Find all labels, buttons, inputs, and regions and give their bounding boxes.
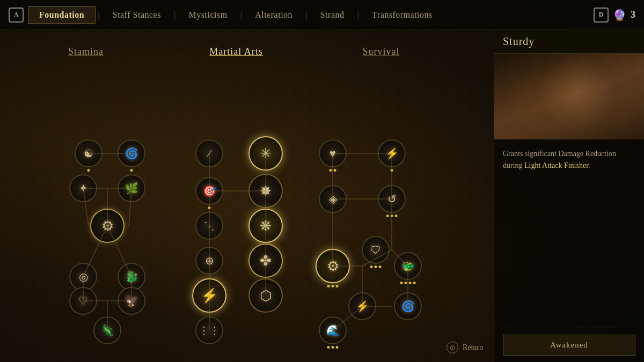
skill-node-m7[interactable]: ⊕ [195, 247, 223, 275]
skill-node-s8[interactable]: ♡ [69, 287, 97, 315]
skill-node-sv7[interactable]: 🐲 [394, 252, 422, 280]
skill-node-s4[interactable]: 🌿 [118, 174, 145, 202]
panel-image-simulation [494, 54, 644, 139]
dot [330, 169, 332, 172]
tab-transformations[interactable]: Transformations [361, 7, 443, 23]
column-header-survival: Survival [363, 46, 400, 57]
dot [327, 346, 330, 349]
skill-node-s10[interactable]: 🦎 [93, 316, 121, 344]
dot [332, 346, 334, 349]
sv7-icon: 🐲 [401, 260, 415, 272]
sv7-dots [400, 282, 416, 284]
tab-mysticism[interactable]: Mysticism [178, 7, 238, 23]
skill-node-sv10[interactable]: 🌊 [319, 316, 347, 344]
skill-node-m11[interactable]: ⋮⋮ [195, 316, 223, 344]
column-header-stamina: Stamina [68, 46, 104, 57]
nav-separator-3: | [238, 9, 245, 20]
s1-icon: ☯ [84, 147, 93, 160]
m10-icon: ⬡ [260, 287, 272, 304]
skill-node-s3[interactable]: ✦ [69, 174, 97, 202]
sv10-icon: 🌊 [326, 324, 340, 337]
skill-node-s1[interactable]: ☯ [75, 139, 103, 167]
skill-node-m5[interactable]: ⋱ [195, 212, 223, 240]
m5-icon: ⋱ [204, 219, 215, 232]
s2-icon: 🌀 [125, 147, 138, 160]
tab-strand[interactable]: Strand [310, 7, 355, 23]
right-panel: Sturdy Grants significant Damage Reducti… [494, 30, 644, 362]
sv10-dots [327, 346, 339, 349]
panel-description: Grants significant Damage Reduction duri… [494, 139, 644, 328]
m3-dots [208, 206, 211, 209]
nav-separator-1: | [96, 9, 102, 20]
m11-icon: ⋮⋮ [199, 324, 220, 337]
column-headers: Stamina Martial Arts Survival [32, 46, 483, 57]
m9-icon: ⚡ [201, 287, 218, 304]
skill-node-sv4[interactable]: ↺ [378, 185, 406, 213]
dot [391, 169, 393, 172]
s3-icon: ✦ [79, 182, 88, 195]
dot [405, 282, 407, 284]
skill-node-m9[interactable]: ⚡ [192, 278, 226, 313]
dot [332, 285, 334, 287]
m7-icon: ⊕ [205, 254, 214, 267]
dot [336, 285, 339, 287]
s7-icon: 🐉 [125, 270, 138, 283]
tab-staff-stances[interactable]: Staff Stances [102, 7, 172, 23]
currency-count: 3 [631, 9, 635, 20]
sv1-icon: ♥ [330, 147, 336, 160]
nav-button-a[interactable]: A [9, 8, 24, 23]
sv4-dots [386, 215, 398, 217]
nav-separator-2: | [172, 9, 178, 20]
navigation-bar: A Foundation | Staff Stances | Mysticism… [0, 0, 644, 30]
dot [413, 282, 416, 284]
awakened-button[interactable]: Awakened [503, 335, 635, 356]
m6-icon: ❋ [260, 218, 272, 234]
skill-node-sv9[interactable]: 🌀 [394, 292, 422, 320]
skill-node-m3[interactable]: 🎯 [195, 177, 223, 205]
panel-desc-suffix: . [588, 161, 590, 169]
currency-icon: 🔮 [613, 9, 626, 21]
sv4-icon: ↺ [387, 193, 397, 205]
skill-node-sv1[interactable]: ♥ [319, 139, 347, 167]
skill-node-s5[interactable]: ⚙ [90, 209, 125, 243]
skill-node-s2[interactable]: 🌀 [118, 139, 145, 167]
skill-node-m10[interactable]: ⬡ [248, 278, 283, 313]
skill-node-m2[interactable]: ✳ [248, 136, 283, 171]
skill-node-m8[interactable]: ✤ [248, 243, 283, 278]
skill-node-s9[interactable]: 🦅 [118, 287, 145, 315]
panel-title: Sturdy [503, 35, 535, 48]
sv6-icon: 🛡 [370, 244, 381, 256]
dot [375, 265, 377, 268]
skill-node-m1[interactable]: ∕ [195, 139, 223, 167]
return-label: Return [463, 343, 483, 352]
skill-node-m6[interactable]: ❋ [248, 209, 283, 243]
skill-node-sv3[interactable]: ◈ [319, 185, 347, 213]
sv5-dots [327, 285, 339, 287]
skill-node-sv8[interactable]: ⚡ [348, 292, 376, 320]
skill-node-sv5[interactable]: ⚙ [316, 249, 350, 283]
dot [386, 215, 389, 217]
s8-icon: ♡ [78, 294, 88, 307]
nav-button-d[interactable]: D [594, 8, 609, 23]
dot [391, 215, 393, 217]
dot [336, 346, 339, 349]
skill-node-m4[interactable]: ✸ [248, 174, 283, 208]
sv6-dots [370, 265, 382, 268]
tab-alteration[interactable]: Alteration [244, 7, 303, 23]
skill-node-sv2[interactable]: ⚡ [378, 139, 406, 167]
column-header-martial-arts: Martial Arts [209, 46, 263, 57]
skill-node-sv6[interactable]: 🛡 [362, 236, 390, 264]
return-button[interactable]: ⊙ Return [447, 342, 483, 353]
panel-title-bar: Sturdy [494, 30, 644, 54]
nav-separator-4: | [303, 9, 310, 20]
dot [130, 169, 133, 172]
skill-tree-area: Stamina Martial Arts Survival [0, 30, 494, 362]
s6-icon: ◎ [79, 270, 88, 283]
dot [327, 285, 330, 287]
sv9-icon: 🌀 [401, 300, 415, 313]
panel-desc-highlight: Light Attack Finisher [524, 161, 588, 169]
tab-foundation[interactable]: Foundation [28, 6, 96, 24]
s4-icon: 🌿 [125, 182, 138, 195]
nav-right-area: D 🔮 3 [594, 8, 635, 23]
m2-icon: ✳ [260, 145, 272, 162]
